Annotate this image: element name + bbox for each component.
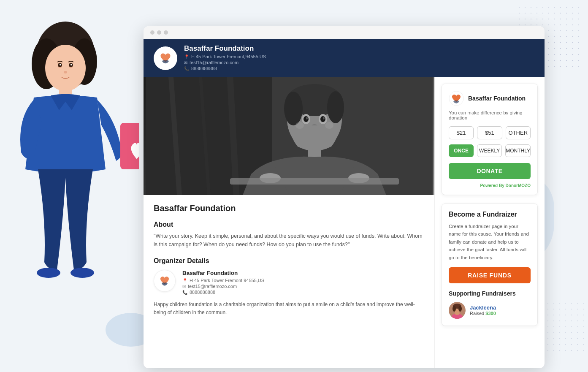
header-address: H 45 Park Tower Fremont,94555,US	[191, 54, 266, 59]
location-icon: 📍	[184, 54, 189, 59]
organizer-address: H 45 Park Tower Fremont,94555,US	[190, 278, 264, 283]
fundraiser-widget: Become a Fundraizer Create a fundraizer …	[442, 204, 538, 326]
about-text: "Write your story. Keep it simple, perso…	[154, 232, 424, 249]
site-header: Basaffar Foundation 📍 H 45 Park Tower Fr…	[144, 39, 545, 77]
about-section: About "Write your story. Keep it simple,…	[154, 221, 424, 249]
widget-header: Basaffar Foundation	[449, 91, 531, 106]
header-phone-line: 📞 8888888888	[184, 66, 266, 71]
svg-point-37	[295, 122, 304, 129]
widget-org-name: Basaffar Foundation	[468, 95, 526, 102]
content-left: Basaffar Foundation About "Write your st…	[144, 77, 435, 368]
svg-point-45	[458, 306, 462, 312]
browser-window: Basaffar Foundation 📍 H 45 Park Tower Fr…	[144, 26, 545, 368]
header-email-line: ✉ test15@rafflemozo.com	[184, 60, 266, 65]
phone-icon: 📞	[184, 66, 189, 71]
header-info: Basaffar Foundation 📍 H 45 Park Tower Fr…	[184, 44, 266, 72]
powered-brand: DonorMOZO	[506, 183, 531, 188]
supporter-info: Jackleena Raised $300	[470, 304, 496, 316]
organizer-section: Organizer Details Basaffar Foundation	[154, 257, 424, 317]
widget-subtitle: You can make difference by giving donati…	[449, 110, 531, 120]
organizer-email: test15@rafflemozo.com	[188, 284, 237, 289]
fundraiser-description: Create a fundraizer page in your name fo…	[449, 223, 531, 261]
powered-label: Powered By	[480, 183, 504, 188]
svg-point-31	[323, 117, 325, 119]
svg-point-30	[306, 117, 308, 119]
svg-point-3	[45, 45, 86, 91]
donate-button[interactable]: DONATE	[449, 163, 531, 179]
svg-point-46	[455, 312, 460, 315]
organizer-title: Organizer Details	[154, 257, 424, 265]
freq-monthly-button[interactable]: MONTHLY	[505, 144, 531, 157]
browser-dot-2	[157, 30, 161, 35]
organizer-email-line: ✉ test15@rafflemozo.com	[182, 284, 264, 289]
phone-icon-sm: 📞	[182, 290, 187, 295]
donation-widget: Basaffar Foundation You can make differe…	[442, 84, 538, 195]
svg-point-25	[327, 91, 344, 123]
fundraiser-title: Become a Fundraizer	[449, 211, 531, 218]
organizer-info: Basaffar Foundation 📍 H 45 Park Tower Fr…	[182, 270, 264, 296]
browser-chrome	[144, 26, 545, 39]
organizer-phone: 8888888888	[190, 290, 215, 295]
email-icon: ✉	[184, 60, 187, 65]
amount-51-button[interactable]: $51	[477, 126, 502, 139]
supporting-title: Supporting Fundraisers	[449, 290, 531, 297]
page-title: Basaffar Foundation	[154, 204, 424, 213]
svg-point-7	[70, 268, 94, 278]
svg-point-12	[60, 64, 61, 65]
raise-funds-button[interactable]: RAISE FUNDS	[449, 267, 531, 283]
powered-by: Powered By DonorMOZO	[449, 183, 531, 188]
header-address-line: 📍 H 45 Park Tower Fremont,94555,US	[184, 54, 266, 59]
svg-point-6	[37, 268, 60, 278]
woman-illustration	[0, 9, 139, 372]
raised-label: Raised	[470, 311, 484, 316]
frequency-row: ONCE WEEKLY MONTHLY	[449, 144, 531, 157]
browser-dot-3	[164, 30, 168, 35]
organizer-phone-line: 📞 8888888888	[182, 290, 264, 295]
organizer-logo	[154, 270, 176, 292]
amount-21-button[interactable]: $21	[449, 126, 474, 139]
svg-point-44	[453, 306, 456, 312]
organizer-address-line: 📍 H 45 Park Tower Fremont,94555,US	[182, 278, 264, 283]
svg-point-14	[64, 71, 67, 73]
raised-amount: $300	[485, 311, 496, 316]
email-icon-sm: ✉	[182, 284, 186, 289]
svg-rect-36	[230, 178, 399, 185]
organizer-name: Basaffar Foundation	[182, 270, 264, 276]
supporter-name[interactable]: Jackleena	[470, 304, 496, 311]
about-title: About	[154, 221, 424, 228]
supporter-avatar	[449, 302, 466, 319]
widget-logo-svg	[449, 91, 464, 106]
supporter-row: Jackleena Raised $300	[449, 302, 531, 319]
freq-once-button[interactable]: ONCE	[449, 144, 474, 157]
amount-row: $21 $51 OTHER	[449, 126, 531, 139]
svg-point-13	[70, 64, 72, 65]
header-org-name: Basaffar Foundation	[184, 44, 266, 53]
content-right: Basaffar Foundation You can make differe…	[435, 77, 545, 368]
header-logo	[154, 46, 177, 70]
organizer-description: Happy children foundation is a charitabl…	[154, 301, 424, 317]
main-content: Basaffar Foundation About "Write your st…	[144, 77, 545, 368]
organizer-card: Basaffar Foundation 📍 H 45 Park Tower Fr…	[154, 270, 424, 296]
freq-weekly-button[interactable]: WEEKLY	[477, 144, 502, 157]
content-body: Basaffar Foundation About "Write your st…	[144, 195, 434, 325]
location-icon-sm: 📍	[182, 278, 187, 283]
header-phone: 8888888888	[191, 66, 217, 71]
svg-point-29	[320, 116, 325, 122]
browser-dot-1	[150, 30, 154, 35]
hero-image	[144, 77, 434, 195]
supporter-raised: Raised $300	[470, 311, 496, 316]
svg-point-24	[284, 92, 303, 125]
svg-point-28	[303, 116, 309, 122]
svg-point-38	[325, 122, 333, 129]
header-email: test15@rafflemozo.com	[190, 60, 238, 65]
amount-other-button[interactable]: OTHER	[506, 126, 531, 139]
